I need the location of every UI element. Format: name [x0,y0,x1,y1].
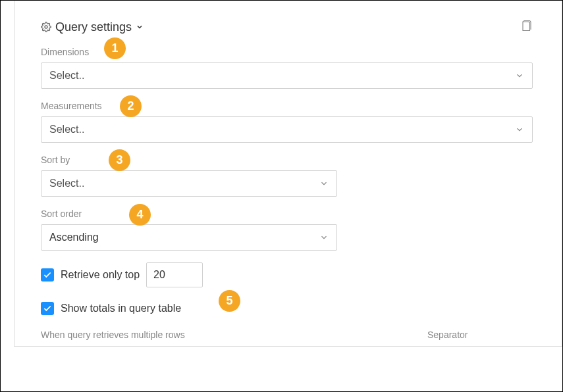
retrieve-top-input[interactable] [146,262,203,287]
check-icon [43,270,52,280]
retrieve-top-label: Retrieve only top [61,269,140,281]
query-settings-header[interactable]: Query settings [41,20,144,34]
annotation-badge-1: 1 [104,37,126,59]
sortorder-label: Sort order [41,208,533,219]
dimensions-select[interactable]: Select.. [41,62,533,89]
svg-point-0 [45,26,47,28]
measurements-placeholder: Select.. [49,124,84,135]
annotation-badge-4: 4 [129,204,151,226]
separator-label: Separator [427,330,533,340]
gear-icon [41,22,51,32]
chevron-down-icon [319,233,329,242]
show-totals-label: Show totals in query table [61,303,181,314]
chevron-down-icon [136,23,144,31]
sortorder-value: Ascending [49,232,99,243]
annotation-badge-2: 2 [120,95,142,117]
annotation-badge-3: 3 [109,149,130,171]
chevron-down-icon [515,125,524,134]
document-icon-button[interactable] [521,19,533,35]
document-icon [521,19,533,32]
chevron-down-icon [319,179,329,188]
header-title-text: Query settings [55,20,132,34]
retrieve-top-checkbox[interactable] [41,268,54,282]
measurements-select[interactable]: Select.. [41,116,533,143]
sortby-placeholder: Select.. [49,178,84,189]
dimensions-placeholder: Select.. [49,70,84,82]
check-icon [43,304,52,313]
chevron-down-icon [515,71,524,80]
annotation-badge-5: 5 [219,290,240,312]
multiple-rows-label: When query retrieves multiple rows [41,330,413,340]
measurements-label: Measurements [41,101,533,111]
sortorder-select[interactable]: Ascending [41,224,337,251]
show-totals-checkbox[interactable] [41,302,54,315]
sortby-select[interactable]: Select.. [41,170,337,197]
